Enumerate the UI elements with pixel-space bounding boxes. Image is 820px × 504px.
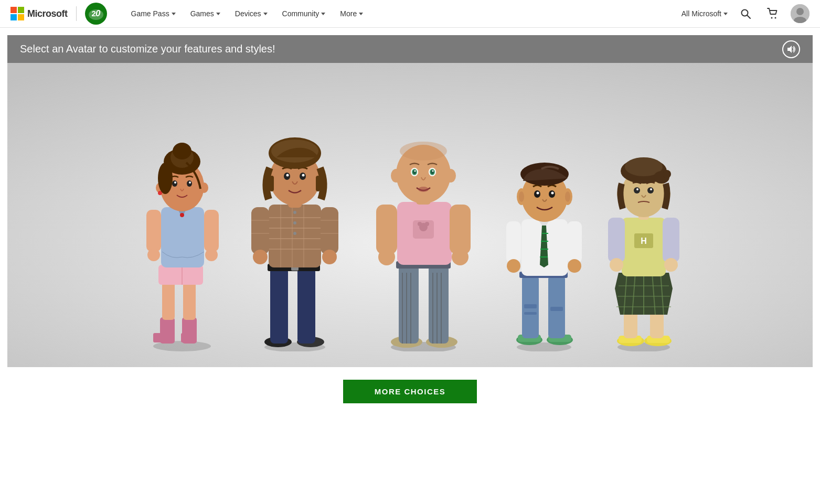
svg-point-24 — [205, 249, 218, 261]
svg-point-91 — [418, 222, 422, 226]
xbox-20-logo[interactable]: 20 — [85, 3, 107, 25]
avatar-1-svg — [124, 110, 240, 351]
nav-right: All Microsoft — [681, 4, 810, 23]
svg-rect-93 — [376, 205, 397, 254]
svg-point-162 — [610, 258, 623, 272]
svg-text:H: H — [641, 237, 647, 245]
svg-point-36 — [173, 143, 191, 159]
search-button[interactable] — [736, 4, 755, 23]
cart-button[interactable] — [763, 4, 782, 23]
svg-rect-127 — [506, 221, 521, 263]
svg-rect-119 — [524, 312, 537, 315]
svg-rect-79 — [399, 265, 419, 344]
svg-point-29 — [174, 181, 176, 184]
svg-point-140 — [565, 191, 570, 202]
svg-point-136 — [551, 192, 553, 195]
svg-point-106 — [414, 170, 416, 172]
svg-point-96 — [452, 249, 468, 265]
svg-point-95 — [378, 249, 395, 265]
chevron-down-icon — [216, 13, 220, 15]
svg-rect-42 — [297, 267, 315, 344]
avatar-selection-area: H — [7, 63, 813, 367]
avatar-5-svg: H — [591, 131, 696, 351]
svg-rect-80 — [429, 265, 449, 344]
ms-wordmark: Microsoft — [27, 8, 68, 19]
nav-item-devices[interactable]: Devices — [228, 0, 275, 28]
svg-point-163 — [664, 258, 678, 272]
avatar-4-svg — [492, 142, 597, 351]
avatar-2[interactable] — [235, 115, 355, 351]
svg-rect-21 — [146, 210, 161, 252]
svg-line-3 — [747, 15, 750, 18]
svg-rect-74 — [270, 176, 274, 191]
chevron-down-icon — [723, 13, 728, 15]
svg-point-99 — [400, 142, 447, 160]
svg-rect-22 — [204, 210, 219, 252]
avatar-1[interactable] — [124, 110, 240, 351]
avatar-3[interactable] — [360, 115, 486, 351]
cart-icon — [767, 8, 779, 19]
svg-point-110 — [445, 169, 456, 183]
svg-point-55 — [293, 232, 296, 235]
svg-point-109 — [391, 169, 401, 183]
svg-rect-120 — [550, 307, 563, 311]
svg-rect-59 — [321, 207, 338, 254]
avatar-2-svg — [235, 115, 355, 351]
svg-rect-118 — [524, 304, 537, 308]
user-icon — [791, 4, 810, 23]
search-icon — [740, 8, 751, 19]
svg-point-63 — [322, 250, 337, 264]
avatar-banner: Select an Avatar to customize your featu… — [7, 35, 813, 63]
svg-rect-75 — [316, 176, 320, 191]
svg-point-69 — [302, 174, 304, 177]
svg-point-53 — [293, 211, 296, 214]
nav-items: Game Pass Games Devices Community More — [124, 0, 677, 28]
svg-point-130 — [568, 259, 581, 273]
svg-point-30 — [189, 181, 191, 184]
nav-item-games[interactable]: Games — [183, 0, 228, 28]
svg-point-27 — [172, 180, 177, 187]
banner-text: Select an Avatar to customize your featu… — [20, 43, 782, 55]
svg-point-129 — [507, 259, 520, 273]
avatar-4[interactable] — [492, 142, 597, 351]
svg-point-4 — [771, 17, 773, 19]
nav-item-gamepass[interactable]: Game Pass — [124, 0, 183, 28]
svg-point-108 — [418, 187, 429, 192]
svg-point-20 — [180, 213, 184, 217]
svg-point-169 — [650, 188, 652, 190]
svg-point-37 — [158, 163, 173, 194]
avatar-5[interactable]: H — [591, 131, 696, 351]
speaker-button[interactable] — [782, 40, 800, 58]
svg-rect-128 — [567, 221, 582, 263]
svg-rect-1 — [92, 10, 100, 15]
all-microsoft-button[interactable]: All Microsoft — [681, 9, 728, 18]
svg-point-166 — [634, 187, 640, 194]
more-choices-button[interactable]: MORE CHOICES — [343, 380, 477, 403]
nav-bar: Microsoft 20 Game Pass Games Devices Com… — [0, 0, 820, 28]
svg-rect-159 — [663, 218, 679, 262]
svg-point-7 — [796, 8, 804, 15]
svg-rect-41 — [270, 267, 288, 344]
svg-point-135 — [536, 192, 539, 195]
svg-rect-94 — [450, 205, 471, 254]
svg-point-5 — [775, 17, 776, 19]
avatars-container: H — [7, 63, 813, 367]
controller-bg-icon — [87, 4, 105, 23]
chevron-down-icon — [172, 13, 176, 15]
svg-point-167 — [647, 187, 654, 194]
svg-rect-12 — [153, 333, 169, 342]
ms-grid-icon — [10, 7, 24, 20]
user-avatar-button[interactable] — [791, 4, 810, 23]
chevron-down-icon — [321, 13, 325, 15]
ms-logo[interactable]: Microsoft — [10, 7, 68, 20]
svg-rect-158 — [608, 218, 625, 262]
bottom-content-area — [7, 424, 813, 504]
nav-divider — [76, 6, 77, 21]
svg-point-168 — [636, 188, 638, 190]
svg-rect-56 — [251, 207, 269, 254]
nav-item-community[interactable]: Community — [275, 0, 333, 28]
svg-point-107 — [432, 170, 433, 172]
chevron-down-icon — [359, 13, 363, 15]
nav-item-more[interactable]: More — [333, 0, 370, 28]
more-choices-section: MORE CHOICES — [7, 367, 813, 424]
